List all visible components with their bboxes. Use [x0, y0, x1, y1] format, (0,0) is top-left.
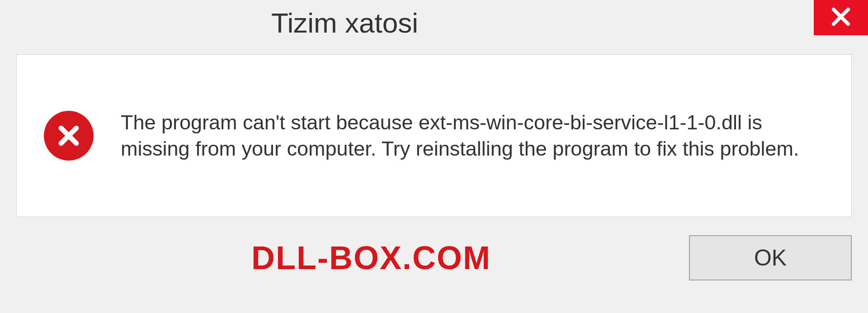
error-icon [44, 111, 94, 161]
close-button[interactable] [814, 0, 868, 35]
close-icon [830, 6, 852, 29]
watermark-text: DLL-BOX.COM [16, 239, 491, 276]
dialog-title: Tizim xatosi [271, 7, 418, 39]
ok-button[interactable]: OK [689, 235, 852, 280]
error-message: The program can't start because ext-ms-w… [121, 109, 824, 162]
content-panel: The program can't start because ext-ms-w… [16, 54, 852, 217]
titlebar: Tizim xatosi [0, 0, 868, 45]
footer: DLL-BOX.COM OK [16, 235, 852, 280]
